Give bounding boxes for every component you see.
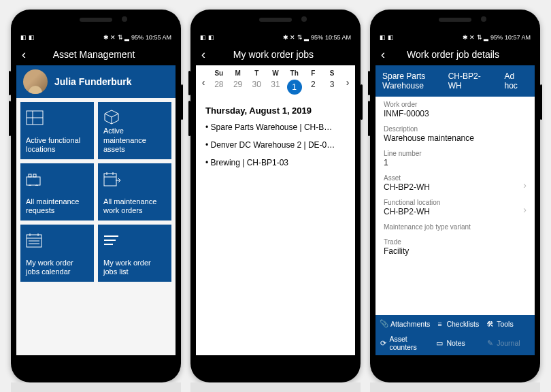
detail-header-tabs: Spare Parts Warehouse CH-BP2-WH Ad hoc bbox=[375, 65, 535, 97]
page-title: My work order jobs bbox=[197, 49, 350, 60]
header-col-asset[interactable]: Spare Parts Warehouse bbox=[375, 71, 441, 91]
action-label: Asset counters bbox=[389, 335, 430, 351]
user-name: Julia Funderburk bbox=[54, 76, 132, 87]
status-left-icons: ◧ ◧ bbox=[20, 34, 35, 41]
action-tools[interactable]: 🛠Tools bbox=[483, 318, 533, 329]
tile-label: All maintenance work orders bbox=[103, 197, 166, 215]
phone-work-order-job-details: ◧ ◧ ✱ ✕ ⇅ ▂ 95% 10:57 AM ‹ Work order jo… bbox=[370, 10, 540, 382]
notes-icon: ▭ bbox=[435, 339, 444, 347]
header-col-code[interactable]: CH-BP2-WH bbox=[441, 71, 498, 91]
status-time: 10:55 AM bbox=[325, 34, 351, 41]
svg-rect-9 bbox=[33, 174, 36, 177]
status-time: 10:57 AM bbox=[505, 34, 531, 41]
bottom-action-bar: 📎Attachments≡Checklists🛠Tools⟳Asset coun… bbox=[375, 315, 535, 355]
attachments-icon: 📎 bbox=[380, 319, 388, 328]
phone-my-work-order-jobs: ◧ ◧ ✱ ✕ ⇅ ▂ 95% 10:55 AM ‹ My work order… bbox=[190, 10, 361, 382]
tile-label: Active maintenance assets bbox=[103, 127, 166, 154]
tile-label: All maintenance requests bbox=[26, 197, 88, 215]
svg-line-5 bbox=[112, 114, 118, 117]
selected-date-heading: Thursday, August 1, 2019 bbox=[196, 99, 355, 118]
svg-rect-8 bbox=[29, 174, 31, 177]
asset counters-icon: ⟳ bbox=[380, 339, 386, 347]
header-col-type[interactable]: Ad hoc bbox=[497, 71, 535, 91]
tile-label: My work order jobs calendar bbox=[26, 259, 88, 276]
tile-label: Active functional locations bbox=[26, 136, 88, 154]
action-label: Journal bbox=[497, 339, 520, 347]
action-label: Attachments bbox=[390, 320, 430, 328]
tile-active-maintenance-assets[interactable]: Active maintenance assets bbox=[98, 102, 171, 159]
action-journal[interactable]: ✎Journal bbox=[483, 333, 533, 353]
field-line-number: Line number1 bbox=[384, 150, 527, 167]
status-bar: ◧ ◧ ✱ ✕ ⇅ ▂ 95% 10:55 AM bbox=[196, 31, 355, 44]
titlebar: ‹ Work order job details bbox=[375, 44, 535, 65]
phone-asset-management: ◧ ◧ ✱ ✕ ⇅ ▂ 95% 10:55 AM ‹ Asset Managem… bbox=[11, 10, 181, 382]
avatar bbox=[23, 69, 48, 94]
page-title: Work order job details bbox=[377, 49, 529, 60]
user-banner[interactable]: Julia Funderburk bbox=[16, 65, 176, 98]
calendar-day-Su[interactable]: Su28 bbox=[210, 69, 229, 95]
next-week-button[interactable]: › bbox=[341, 77, 354, 88]
detail-fields: Work orderINMF-00003DescriptionWarehouse… bbox=[375, 97, 535, 315]
android-navbar: ⎌ ▢ ← bbox=[11, 382, 181, 392]
action-notes[interactable]: ▭Notes bbox=[433, 333, 483, 353]
calendar-day-Th[interactable]: Th1 bbox=[285, 69, 304, 95]
svg-rect-12 bbox=[104, 174, 116, 186]
job-item[interactable]: • Brewing | CH-BP1-03 bbox=[205, 154, 346, 172]
tile-grid: Active functional locations Active maint… bbox=[16, 98, 176, 355]
calendar-day-S[interactable]: S3 bbox=[322, 69, 341, 95]
workorder-icon bbox=[103, 169, 166, 189]
action-asset-counters[interactable]: ⟳Asset counters bbox=[377, 333, 433, 353]
svg-point-11 bbox=[35, 185, 38, 186]
svg-rect-7 bbox=[27, 177, 40, 185]
action-checklists[interactable]: ≡Checklists bbox=[433, 318, 483, 329]
action-label: Tools bbox=[497, 320, 514, 328]
status-bar: ◧ ◧ ✱ ✕ ⇅ ▂ 95% 10:57 AM bbox=[375, 31, 535, 44]
request-icon bbox=[26, 169, 88, 189]
status-bar: ◧ ◧ ✱ ✕ ⇅ ▂ 95% 10:55 AM bbox=[16, 31, 176, 44]
field-maintenance-job-type-variant: Maintenance job type variant bbox=[384, 223, 527, 231]
tile-active-functional-locations[interactable]: Active functional locations bbox=[20, 102, 94, 159]
cube-icon bbox=[103, 108, 166, 127]
action-label: Checklists bbox=[446, 320, 479, 328]
calendar-day-T[interactable]: T30 bbox=[247, 69, 266, 95]
field-description: DescriptionWarehouse maintenance bbox=[384, 125, 527, 143]
android-navbar: ⎌ ▢ ← bbox=[370, 382, 540, 392]
job-item[interactable]: • Spare Parts Warehouse | CH-B… bbox=[205, 118, 346, 136]
status-right-icons: ✱ ✕ ⇅ ▂ 95% bbox=[103, 34, 144, 41]
job-item[interactable]: • Denver DC Warehouse 2 | DE-0… bbox=[205, 136, 346, 154]
android-navbar: ⎌ ▢ ← bbox=[190, 382, 361, 392]
journal-icon: ✎ bbox=[486, 339, 494, 347]
location-icon bbox=[26, 108, 88, 128]
tile-all-maintenance-work-orders[interactable]: All maintenance work orders bbox=[98, 163, 171, 220]
field-trade: TradeFacility bbox=[384, 238, 527, 256]
tile-all-maintenance-requests[interactable]: All maintenance requests bbox=[20, 163, 94, 220]
calendar-day-M[interactable]: M29 bbox=[229, 69, 248, 95]
titlebar: ‹ My work order jobs bbox=[196, 44, 355, 65]
tile-my-work-order-jobs-calendar[interactable]: My work order jobs calendar bbox=[20, 225, 94, 282]
tile-my-work-order-jobs-list[interactable]: My work order jobs list bbox=[98, 225, 171, 282]
status-time: 10:55 AM bbox=[146, 34, 171, 41]
tile-label: My work order jobs list bbox=[103, 259, 166, 276]
action-label: Notes bbox=[446, 339, 465, 347]
calendar-day-F[interactable]: F2 bbox=[304, 69, 323, 95]
checklists-icon: ≡ bbox=[435, 320, 444, 328]
titlebar: ‹ Asset Management bbox=[16, 44, 176, 65]
calendar-day-W[interactable]: W31 bbox=[266, 69, 285, 95]
action-attachments[interactable]: 📎Attachments bbox=[377, 318, 433, 329]
calendar-icon bbox=[26, 230, 88, 250]
field-asset[interactable]: AssetCH-BP2-WH bbox=[384, 174, 527, 192]
field-functional-location[interactable]: Functional locationCH-BP2-WH bbox=[384, 199, 527, 216]
svg-point-10 bbox=[29, 185, 31, 186]
svg-line-4 bbox=[105, 114, 112, 117]
tools-icon: 🛠 bbox=[486, 320, 494, 328]
job-list: • Spare Parts Warehouse | CH-B…• Denver … bbox=[196, 118, 355, 172]
field-work-order: Work orderINMF-00003 bbox=[384, 101, 527, 118]
prev-week-button[interactable]: ‹ bbox=[197, 77, 210, 88]
calendar-week-strip: ‹ Su28M29T30W31Th1F2S3 › bbox=[196, 65, 355, 99]
list-icon bbox=[103, 230, 166, 250]
page-title: Asset Management bbox=[18, 49, 170, 60]
